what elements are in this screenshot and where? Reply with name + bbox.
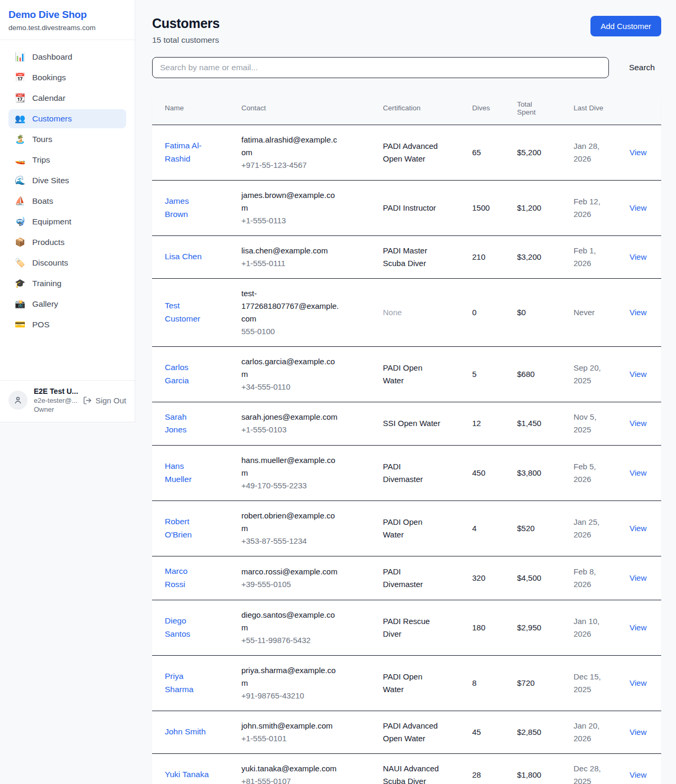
user-info: E2E Test U... e2e-tester@... Owner (34, 387, 77, 413)
customer-name-link[interactable]: Marco Rossi (165, 566, 187, 589)
search-button[interactable]: Search (623, 59, 661, 77)
sidebar-item-customers[interactable]: 👥 Customers (8, 109, 126, 128)
customer-name-link[interactable]: Lisa Chen (165, 252, 202, 261)
certification-cell: PADI Rescue Diver (370, 600, 459, 655)
customer-email: marco.rossi@example.com (241, 565, 341, 578)
customer-phone: +353-87-555-1234 (241, 535, 341, 547)
customer-name-link[interactable]: John Smith (165, 727, 206, 736)
certification-cell: PADI Instructor (370, 180, 459, 235)
nav-icon: 🏝️ (15, 135, 25, 144)
certification-cell: PADI Master Scuba Diver (370, 235, 459, 278)
customer-name-link[interactable]: Fatima Al-Rashid (165, 141, 202, 163)
customer-phone: +1-555-0103 (241, 423, 341, 436)
dives-cell: 5 (459, 346, 504, 402)
sidebar-header: Demo Dive Shop demo.test.divestreams.com (0, 0, 135, 40)
sidebar-item-trips[interactable]: 🚤 Trips (8, 150, 126, 169)
sidebar-item-calendar[interactable]: 📆 Calendar (8, 89, 126, 108)
col-header-name: Name (152, 92, 229, 125)
sidebar-item-boats[interactable]: ⛵ Boats (8, 192, 126, 211)
customer-name-link[interactable]: Carlos Garcia (165, 363, 189, 385)
sidebar-item-bookings[interactable]: 📅 Bookings (8, 68, 126, 87)
sidebar-item-equipment[interactable]: 🤿 Equipment (8, 212, 126, 231)
table-row: Yuki Tanaka yuki.tanaka@example.com +81-… (152, 753, 661, 784)
total-spent-cell: $1,200 (504, 180, 561, 235)
sidebar-item-label: Tours (32, 135, 52, 144)
sidebar-item-dive-sites[interactable]: 🌊 Dive Sites (8, 171, 126, 190)
certification-cell: SSI Open Water (370, 402, 459, 446)
contact-cell: hans.mueller@example.com +49-170-555-223… (229, 446, 370, 501)
certification-cell: None (370, 278, 459, 346)
certification-cell: PADI Advanced Open Water (370, 125, 459, 180)
last-dive-cell: Dec 28, 2025 (561, 753, 617, 784)
table-row: Marco Rossi marco.rossi@example.com +39-… (152, 556, 661, 600)
table-row: Fatima Al-Rashid fatima.alrashid@example… (152, 125, 661, 180)
sign-out-icon (83, 396, 92, 405)
total-spent-cell: $2,950 (504, 600, 561, 655)
nav-icon: 📸 (15, 300, 25, 308)
main-content: Customers 15 total customers Add Custome… (152, 0, 661, 784)
sidebar-item-pos[interactable]: 💳 POS (8, 315, 126, 334)
customer-name-link[interactable]: James Brown (165, 196, 189, 219)
view-link[interactable]: View (630, 678, 646, 687)
nav-icon: 🏷️ (15, 259, 25, 267)
add-customer-button[interactable]: Add Customer (590, 16, 661, 36)
customer-phone: +81-555-0107 (241, 775, 341, 784)
customers-table: Name Contact Certification Dives Total S… (152, 92, 661, 784)
total-spent-cell: $5,200 (504, 125, 561, 180)
total-spent-cell: $680 (504, 346, 561, 402)
customer-phone: +91-98765-43210 (241, 689, 341, 702)
view-link[interactable]: View (630, 573, 646, 582)
contact-cell: diego.santos@example.com +55-11-99876-54… (229, 600, 370, 655)
sidebar-item-dashboard[interactable]: 📊 Dashboard (8, 48, 126, 67)
customer-email: robert.obrien@example.com (241, 509, 341, 535)
view-link[interactable]: View (630, 370, 646, 379)
sidebar-item-gallery[interactable]: 📸 Gallery (8, 295, 126, 314)
view-link[interactable]: View (630, 148, 646, 157)
customer-name-link[interactable]: Yuki Tanaka (165, 770, 209, 779)
contact-cell: james.brown@example.com +1-555-0113 (229, 180, 370, 235)
customer-name-link[interactable]: Sarah Jones (165, 412, 186, 434)
customer-name-link[interactable]: Priya Sharma (165, 672, 193, 694)
sidebar-item-label: Trips (32, 155, 50, 165)
view-link[interactable]: View (630, 468, 646, 477)
view-link[interactable]: View (630, 203, 646, 212)
dives-cell: 1500 (459, 180, 504, 235)
certification-cell: PADI Open Water (370, 655, 459, 711)
search-input[interactable] (152, 57, 609, 78)
contact-cell: fatima.alrashid@example.com +971-55-123-… (229, 125, 370, 180)
col-header-last-dive: Last Dive (561, 92, 617, 125)
sidebar-item-products[interactable]: 📦 Products (8, 233, 126, 252)
nav-icon: 🤿 (15, 218, 25, 226)
customer-name-link[interactable]: Robert O'Brien (165, 517, 192, 539)
view-link[interactable]: View (630, 308, 646, 317)
sidebar: Demo Dive Shop demo.test.divestreams.com… (0, 0, 135, 422)
customer-email: test-1772681807767@example.com (241, 287, 341, 325)
dives-cell: 45 (459, 711, 504, 753)
sidebar-item-discounts[interactable]: 🏷️ Discounts (8, 253, 126, 272)
col-header-dives: Dives (459, 92, 504, 125)
customer-email: lisa.chen@example.com (241, 244, 341, 257)
view-link[interactable]: View (630, 728, 646, 736)
nav-icon: 🚤 (15, 156, 25, 164)
view-link[interactable]: View (630, 252, 646, 261)
sidebar-item-label: Dashboard (32, 52, 72, 62)
customer-name-link[interactable]: Test Customer (165, 301, 200, 323)
user-name: E2E Test U... (34, 387, 77, 395)
dives-cell: 180 (459, 600, 504, 655)
nav-icon: ⛵ (15, 197, 25, 205)
nav-icon: 📅 (15, 73, 25, 82)
view-link[interactable]: View (630, 419, 646, 428)
sign-out-button[interactable]: Sign Out (83, 396, 126, 405)
last-dive-cell: Jan 25, 2026 (561, 501, 617, 556)
sidebar-nav: 📊 Dashboard 📅 Bookings 📆 Calendar 👥 Cust… (0, 40, 135, 343)
view-link[interactable]: View (630, 524, 646, 533)
customer-name-link[interactable]: Hans Mueller (165, 461, 192, 484)
customer-phone: 555-0100 (241, 325, 341, 338)
sidebar-item-tours[interactable]: 🏝️ Tours (8, 130, 126, 149)
customer-name-link[interactable]: Diego Santos (165, 616, 190, 638)
last-dive-cell: Feb 8, 2026 (561, 556, 617, 600)
view-link[interactable]: View (630, 623, 646, 632)
last-dive-cell: Jan 28, 2026 (561, 125, 617, 180)
view-link[interactable]: View (630, 770, 646, 779)
sidebar-item-training[interactable]: 🎓 Training (8, 274, 126, 293)
